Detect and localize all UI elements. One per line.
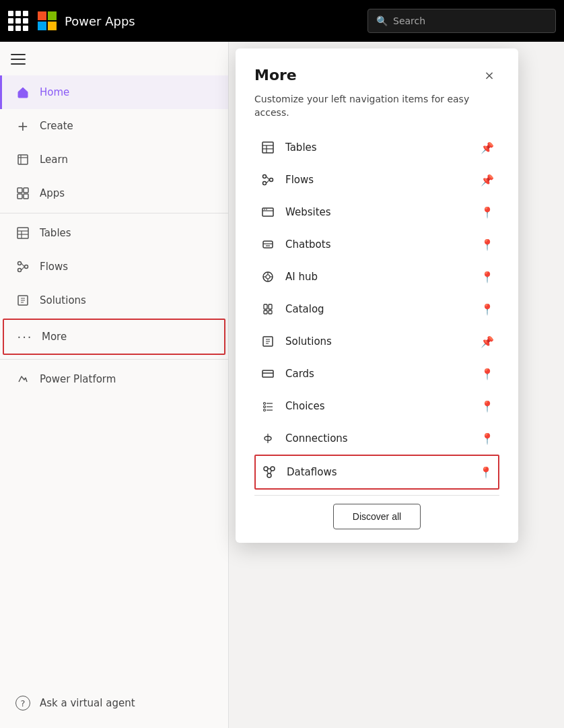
learn-icon	[15, 152, 30, 167]
dataflows-panel-label: Dataflows	[287, 466, 337, 478]
more-icon: ···	[17, 329, 32, 344]
solutions-panel-icon	[260, 333, 276, 350]
sidebar-item-solutions[interactable]: Solutions	[0, 284, 228, 317]
choices-panel-label: Choices	[285, 400, 325, 412]
sidebar-item-flows[interactable]: Flows	[0, 250, 228, 284]
panel-item-tables[interactable]: Tables 📌	[254, 131, 499, 164]
catalog-panel-icon	[260, 301, 276, 317]
nav-divider-2	[0, 359, 228, 360]
svg-rect-35	[264, 304, 267, 309]
tables-panel-label: Tables	[285, 141, 317, 154]
svg-point-24	[264, 209, 265, 210]
sidebar-item-power-platform[interactable]: Power Platform	[0, 362, 228, 396]
sidebar-item-apps[interactable]: Apps	[0, 176, 228, 210]
svg-line-54	[271, 471, 272, 474]
sidebar-item-more[interactable]: ··· More	[3, 319, 225, 355]
solutions-label: Solutions	[40, 294, 86, 306]
home-label: Home	[40, 86, 69, 98]
right-area: More × Customize your left navigation it…	[229, 42, 564, 728]
choices-panel-icon	[260, 398, 276, 414]
tables-label: Tables	[40, 227, 71, 239]
power-platform-label: Power Platform	[40, 373, 116, 385]
app-brand-name: Power Apps	[65, 14, 135, 28]
panel-item-flows[interactable]: Flows 📌	[254, 164, 499, 196]
panel-description: Customize your left navigation items for…	[254, 93, 499, 119]
svg-point-11	[18, 262, 22, 265]
connections-panel-label: Connections	[285, 432, 348, 444]
ask-agent-icon: ?	[15, 696, 30, 710]
panel-item-choices[interactable]: Choices 📍	[254, 390, 499, 422]
learn-label: Learn	[40, 154, 68, 166]
svg-rect-0	[18, 155, 28, 164]
more-label: More	[42, 331, 67, 343]
chatbots-panel-label: Chatbots	[285, 238, 330, 251]
panel-close-button[interactable]: ×	[479, 65, 499, 85]
flows-pin-icon[interactable]: 📌	[481, 174, 494, 187]
panel-item-chatbots[interactable]: Chatbots 📍	[254, 228, 499, 261]
ask-agent-label: Ask a virtual agent	[40, 697, 135, 709]
aihub-pin-icon[interactable]: 📍	[481, 271, 494, 284]
discover-all-button[interactable]: Discover all	[333, 504, 421, 529]
app-launcher-icon[interactable]	[8, 11, 28, 31]
solutions-pin-icon[interactable]: 📌	[481, 335, 494, 348]
panel-item-ai-hub[interactable]: AI hub 📍	[254, 261, 499, 293]
sidebar-item-tables[interactable]: Tables	[0, 216, 228, 250]
hamburger-menu[interactable]	[0, 47, 228, 75]
websites-panel-label: Websites	[285, 206, 331, 218]
apps-label: Apps	[40, 187, 65, 199]
panel-title: More	[254, 67, 297, 84]
sidebar-item-home[interactable]: Home	[0, 75, 228, 109]
panel-item-catalog[interactable]: Catalog 📍	[254, 293, 499, 325]
svg-point-19	[263, 175, 267, 178]
svg-point-13	[18, 269, 22, 272]
svg-point-20	[270, 178, 273, 182]
svg-rect-38	[269, 310, 272, 314]
svg-rect-40	[262, 370, 273, 377]
nav-divider-1	[0, 213, 228, 213]
home-icon	[15, 85, 30, 100]
microsoft-logo	[38, 11, 57, 30]
dataflows-panel-icon	[261, 464, 277, 480]
panel-header: More ×	[254, 65, 499, 85]
search-box[interactable]: 🔍 Search	[367, 9, 556, 33]
svg-point-30	[266, 275, 270, 279]
power-platform-icon	[15, 372, 30, 387]
solutions-icon	[15, 293, 30, 308]
svg-rect-7	[17, 228, 28, 238]
cards-pin-icon[interactable]: 📍	[481, 368, 494, 380]
close-icon: ×	[484, 68, 494, 82]
tables-panel-icon	[260, 139, 276, 156]
panel-item-connections[interactable]: Connections 📍	[254, 422, 499, 455]
tables-pin-icon[interactable]: 📌	[481, 141, 494, 154]
svg-rect-5	[17, 194, 22, 199]
catalog-panel-label: Catalog	[285, 303, 324, 315]
catalog-pin-icon[interactable]: 📍	[481, 303, 494, 316]
sidebar-item-learn[interactable]: Learn	[0, 143, 228, 176]
chatbots-pin-icon[interactable]: 📍	[481, 238, 494, 251]
sidebar-item-ask-agent[interactable]: ? Ask a virtual agent	[0, 686, 228, 720]
search-icon: 🔍	[376, 15, 388, 26]
svg-line-53	[267, 471, 269, 474]
aihub-panel-label: AI hub	[285, 271, 318, 283]
tables-icon	[15, 226, 30, 240]
cards-panel-icon	[260, 366, 276, 382]
svg-point-50	[271, 467, 275, 471]
panel-item-dataflows[interactable]: Dataflows 📍	[254, 455, 499, 490]
hamburger-icon	[11, 54, 26, 65]
connections-pin-icon[interactable]: 📍	[481, 432, 494, 445]
panel-divider	[254, 495, 499, 496]
websites-pin-icon[interactable]: 📍	[481, 206, 494, 219]
panel-item-websites[interactable]: Websites 📍	[254, 196, 499, 228]
flows-label: Flows	[40, 261, 68, 273]
apps-icon	[15, 186, 30, 201]
svg-point-51	[267, 473, 271, 477]
sidebar-item-create[interactable]: + Create	[0, 109, 228, 143]
connections-panel-icon	[260, 430, 276, 446]
dataflows-pin-icon[interactable]: 📍	[479, 466, 493, 479]
panel-item-cards[interactable]: Cards 📍	[254, 358, 499, 390]
choices-pin-icon[interactable]: 📍	[481, 400, 494, 413]
more-panel: More × Customize your left navigation it…	[236, 48, 518, 543]
panel-item-solutions[interactable]: Solutions 📌	[254, 325, 499, 358]
flows-panel-icon	[260, 172, 276, 188]
flows-panel-label: Flows	[285, 174, 314, 186]
